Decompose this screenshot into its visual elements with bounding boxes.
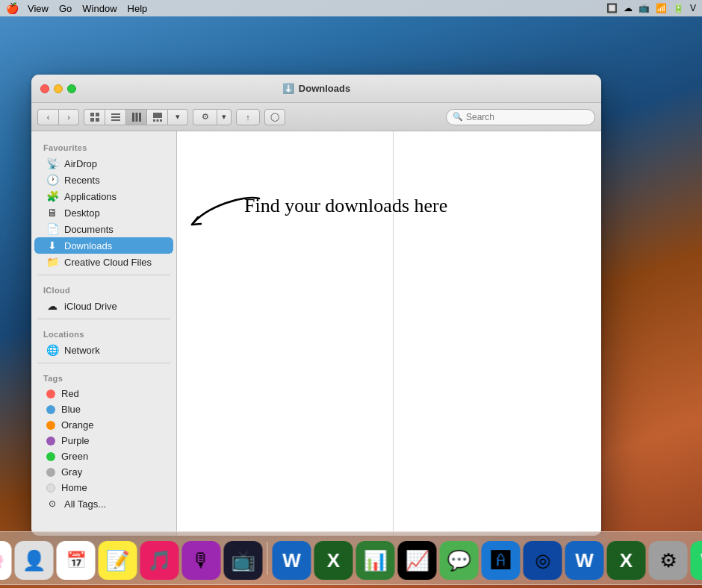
tag-button[interactable]: ◯ bbox=[264, 109, 285, 125]
svg-rect-4 bbox=[111, 113, 120, 115]
sidebar-label-airdrop: AirDrop bbox=[64, 158, 97, 169]
sidebar-label-tag-green: Green bbox=[61, 451, 88, 462]
dock-icon-tv[interactable]: 📺 bbox=[224, 541, 263, 580]
svg-rect-3 bbox=[96, 118, 99, 122]
menubar-right: 🔲 ☁ 📺 📶 🔋 V bbox=[606, 3, 696, 13]
sidebar-label-creative-cloud: Creative Cloud Files bbox=[64, 257, 152, 268]
close-button[interactable] bbox=[40, 84, 49, 93]
sidebar-item-recents[interactable]: 🕐 Recents bbox=[34, 172, 173, 188]
dock-icon-word2[interactable]: W bbox=[565, 541, 604, 580]
svg-rect-7 bbox=[132, 113, 134, 122]
column-pane-1[interactable]: Find your downloads here bbox=[177, 131, 394, 536]
sidebar-item-icloud-drive[interactable]: ☁ iCloud Drive bbox=[34, 298, 173, 314]
dock-icon-word[interactable]: W bbox=[273, 541, 311, 580]
dock-icon-numbers[interactable]: 📊 bbox=[356, 541, 395, 580]
tag-dot-orange bbox=[46, 421, 55, 430]
sidebar-section-favourites: Favourites bbox=[31, 137, 176, 155]
dock-icon-calendar[interactable]: 📅 bbox=[57, 541, 96, 580]
sidebar-divider-2 bbox=[37, 319, 170, 319]
sidebar: Favourites 📡 AirDrop 🕐 Recents 🧩 Applica… bbox=[31, 131, 177, 536]
svg-rect-8 bbox=[135, 113, 137, 122]
sidebar-item-tag-purple[interactable]: Purple bbox=[34, 433, 173, 448]
search-box[interactable]: 🔍 bbox=[446, 109, 595, 125]
view-gallery-button[interactable] bbox=[146, 109, 167, 125]
documents-icon: 📄 bbox=[46, 223, 58, 235]
dock-icon-podcasts[interactable]: 🎙 bbox=[182, 541, 221, 580]
svg-rect-2 bbox=[90, 118, 94, 122]
share-button[interactable]: ↑ bbox=[236, 109, 260, 125]
sidebar-label-network: Network bbox=[64, 345, 100, 356]
sidebar-item-network[interactable]: 🌐 Network bbox=[34, 342, 173, 358]
icloud-drive-icon: ☁ bbox=[46, 300, 58, 312]
sidebar-item-tag-red[interactable]: Red bbox=[34, 386, 173, 401]
dock-icon-whatsapp[interactable]: W bbox=[691, 541, 703, 580]
view-list-button[interactable] bbox=[105, 109, 125, 125]
view-column-button[interactable] bbox=[125, 109, 146, 125]
sidebar-item-tag-orange[interactable]: Orange bbox=[34, 417, 173, 433]
sidebar-item-downloads[interactable]: ⬇ Downloads bbox=[34, 237, 173, 254]
all-tags-icon: ⊙ bbox=[46, 498, 58, 510]
back-button[interactable]: ‹ bbox=[37, 109, 58, 125]
desktop-icon: 🖥 bbox=[46, 207, 58, 219]
tag-dot-home bbox=[46, 484, 55, 492]
sidebar-item-tag-home[interactable]: Home bbox=[34, 480, 173, 495]
dock-icon-excel[interactable]: X bbox=[314, 541, 353, 580]
menu-view[interactable]: View bbox=[28, 3, 49, 14]
svg-rect-6 bbox=[111, 119, 120, 121]
sidebar-item-all-tags[interactable]: ⊙ All Tags... bbox=[34, 495, 173, 512]
sidebar-item-documents[interactable]: 📄 Documents bbox=[34, 221, 173, 237]
network-icon: 🌐 bbox=[46, 344, 58, 356]
sidebar-item-airdrop[interactable]: 📡 AirDrop bbox=[34, 155, 173, 172]
menu-help[interactable]: Help bbox=[128, 3, 148, 14]
sidebar-label-tag-home: Home bbox=[61, 482, 87, 493]
svg-rect-9 bbox=[139, 113, 141, 122]
sidebar-label-desktop: Desktop bbox=[64, 207, 100, 219]
sidebar-label-tag-orange: Orange bbox=[61, 419, 93, 431]
apple-menu[interactable]: 🍎 bbox=[6, 2, 19, 14]
sidebar-label-downloads: Downloads bbox=[64, 240, 112, 251]
sidebar-item-creative-cloud[interactable]: 📁 Creative Cloud Files bbox=[34, 254, 173, 270]
dock-icon-notes[interactable]: 📝 bbox=[99, 541, 137, 580]
svg-rect-5 bbox=[111, 116, 120, 118]
view-icon-button[interactable] bbox=[84, 109, 105, 125]
sidebar-item-tag-blue[interactable]: Blue bbox=[34, 401, 173, 417]
sidebar-item-tag-gray[interactable]: Gray bbox=[34, 464, 173, 480]
minimize-button[interactable] bbox=[54, 84, 63, 93]
dock-icon-sysprefs[interactable]: ⚙ bbox=[649, 541, 688, 580]
view-buttons: ▾ bbox=[84, 109, 188, 125]
creative-cloud-icon: 📁 bbox=[46, 256, 58, 268]
sidebar-item-desktop[interactable]: 🖥 Desktop bbox=[34, 204, 173, 221]
search-input[interactable] bbox=[466, 112, 588, 122]
sidebar-label-tag-red: Red bbox=[61, 388, 79, 399]
airdrop-icon: 📡 bbox=[46, 157, 58, 169]
tag-dot-purple bbox=[46, 437, 55, 445]
dock-icon-photos[interactable]: 🌸 bbox=[0, 541, 12, 580]
menu-window[interactable]: Window bbox=[82, 3, 117, 14]
dock-icon-stocks[interactable]: 📈 bbox=[398, 541, 437, 580]
dock-icon-excel2[interactable]: X bbox=[607, 541, 646, 580]
main-content: Find your downloads here bbox=[177, 131, 601, 536]
menubar-icon-1: 🔲 bbox=[606, 3, 618, 13]
search-icon: 🔍 bbox=[453, 112, 463, 122]
view-more-button[interactable]: ▾ bbox=[167, 109, 188, 125]
dock-icon-outlook[interactable]: ◎ bbox=[524, 541, 562, 580]
action-button[interactable]: ⚙ bbox=[193, 109, 217, 125]
dock-icon-contacts[interactable]: 👤 bbox=[15, 541, 54, 580]
sidebar-label-tag-gray: Gray bbox=[61, 466, 82, 478]
menu-go[interactable]: Go bbox=[59, 3, 72, 14]
tag-dot-green bbox=[46, 452, 55, 461]
dock-icon-appstore[interactable]: 🅰 bbox=[482, 541, 521, 580]
action-arrow-button[interactable]: ▾ bbox=[217, 109, 232, 125]
maximize-button[interactable] bbox=[67, 84, 76, 93]
column-pane-2[interactable] bbox=[394, 131, 601, 536]
toolbar: ‹ › ▾ ⚙ ▾ ↑ ◯ 🔍 bbox=[31, 103, 601, 131]
forward-button[interactable]: › bbox=[58, 109, 79, 125]
sidebar-item-tag-green[interactable]: Green bbox=[34, 448, 173, 464]
dock-icon-music[interactable]: 🎵 bbox=[140, 541, 179, 580]
menubar-icon-4: 📶 bbox=[656, 3, 667, 13]
dock-divider-1 bbox=[267, 542, 268, 575]
menubar: 🍎 View Go Window Help 🔲 ☁ 📺 📶 🔋 V bbox=[0, 0, 702, 16]
sidebar-divider-3 bbox=[37, 363, 170, 363]
sidebar-item-applications[interactable]: 🧩 Applications bbox=[34, 188, 173, 204]
dock-icon-messages[interactable]: 💬 bbox=[440, 541, 479, 580]
